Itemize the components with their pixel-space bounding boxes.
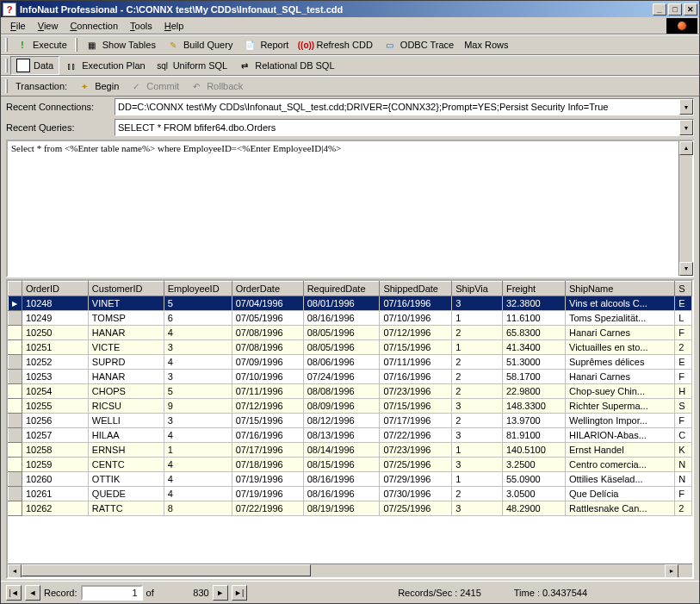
cell[interactable]: 1 — [452, 472, 503, 487]
cell[interactable]: E — [675, 355, 692, 370]
cell[interactable]: 10260 — [22, 472, 88, 487]
cell[interactable]: 08/06/1996 — [303, 355, 380, 370]
row-selector[interactable] — [9, 355, 22, 370]
cell[interactable]: HANAR — [88, 370, 164, 384]
table-row[interactable]: 10253HANAR307/10/199607/24/199607/16/199… — [9, 370, 692, 384]
menu-connection[interactable]: Connection — [64, 19, 124, 33]
execute-button[interactable]: !Execute — [10, 36, 72, 53]
cell[interactable]: 10258 — [22, 443, 88, 458]
maximize-button[interactable]: □ — [668, 3, 682, 16]
grid-body[interactable]: OrderIDCustomerIDEmployeeIDOrderDateRequ… — [8, 281, 692, 564]
begin-button[interactable]: ✦Begin — [72, 78, 124, 95]
record-number-input[interactable] — [81, 585, 143, 601]
cell[interactable]: 5 — [164, 384, 232, 399]
scroll-left-icon[interactable]: ◄ — [8, 564, 22, 578]
column-header[interactable]: OrderDate — [232, 282, 303, 296]
cell[interactable]: 07/16/1996 — [232, 428, 303, 443]
cell[interactable]: Ottilies Käselad... — [566, 472, 675, 487]
nav-prev-button[interactable]: ◄ — [25, 585, 40, 601]
cell[interactable]: 48.2900 — [502, 501, 565, 516]
cell[interactable]: HANAR — [88, 326, 164, 340]
menu-view[interactable]: View — [32, 19, 65, 33]
cell[interactable]: 10255 — [22, 399, 88, 414]
cell[interactable]: Victuailles en sto... — [566, 340, 675, 355]
query-textarea[interactable] — [8, 141, 678, 276]
row-selector[interactable] — [9, 487, 22, 501]
cell[interactable]: 08/13/1996 — [303, 428, 380, 443]
cell[interactable]: E — [675, 296, 692, 311]
cell[interactable]: ERNSH — [88, 443, 164, 458]
cell[interactable]: Hanari Carnes — [566, 370, 675, 384]
refresh-cdd-button[interactable]: ((o))Refresh CDD — [294, 36, 377, 53]
menu-help[interactable]: Help — [158, 19, 190, 33]
cell[interactable]: 08/16/1996 — [303, 487, 380, 501]
cell[interactable]: VICTE — [88, 340, 164, 355]
row-selector[interactable] — [9, 428, 22, 443]
cell[interactable]: 07/04/1996 — [232, 296, 303, 311]
cell[interactable]: QUEDE — [88, 487, 164, 501]
cell[interactable]: 10257 — [22, 428, 88, 443]
cell[interactable]: 08/12/1996 — [303, 414, 380, 428]
cell[interactable]: 58.1700 — [502, 370, 565, 384]
cell[interactable]: 2 — [452, 355, 503, 370]
cell[interactable]: 2 — [452, 370, 503, 384]
cell[interactable]: OTTIK — [88, 472, 164, 487]
cell[interactable]: Suprêmes délices — [566, 355, 675, 370]
cell[interactable]: 08/05/1996 — [303, 340, 380, 355]
cell[interactable]: 1 — [164, 443, 232, 458]
cell[interactable]: 81.9100 — [502, 428, 565, 443]
row-selector[interactable] — [9, 501, 22, 516]
cell[interactable]: 9 — [164, 399, 232, 414]
scroll-down-icon[interactable]: ▼ — [679, 262, 693, 276]
cell[interactable]: 07/11/1996 — [232, 384, 303, 399]
cell[interactable]: 07/15/1996 — [232, 414, 303, 428]
cell[interactable]: 07/10/1996 — [232, 370, 303, 384]
recent-connections-input[interactable] — [115, 101, 679, 113]
cell[interactable]: 55.0900 — [502, 472, 565, 487]
menu-tools[interactable]: Tools — [124, 19, 158, 33]
cell[interactable]: 4 — [164, 428, 232, 443]
cell[interactable]: 3.0500 — [502, 487, 565, 501]
cell[interactable]: 07/19/1996 — [232, 487, 303, 501]
cell[interactable]: 07/23/1996 — [380, 384, 452, 399]
cell[interactable]: 3 — [164, 370, 232, 384]
cell[interactable]: Centro comercia... — [566, 458, 675, 472]
row-selector[interactable] — [9, 443, 22, 458]
cell[interactable]: Hanari Carnes — [566, 326, 675, 340]
scroll-thumb[interactable] — [22, 564, 311, 576]
cell[interactable]: 08/19/1996 — [303, 501, 380, 516]
cell[interactable]: 07/23/1996 — [380, 443, 452, 458]
cell[interactable]: 08/16/1996 — [303, 311, 380, 326]
column-header[interactable]: ShipVia — [452, 282, 503, 296]
cell[interactable]: 07/11/1996 — [380, 355, 452, 370]
cell[interactable]: RICSU — [88, 399, 164, 414]
cell[interactable]: 07/25/1996 — [380, 501, 452, 516]
column-header[interactable]: RequiredDate — [303, 282, 380, 296]
cell[interactable]: 07/15/1996 — [380, 399, 452, 414]
table-row[interactable]: 10259CENTC407/18/199608/15/199607/25/199… — [9, 458, 692, 472]
cell[interactable]: 08/16/1996 — [303, 472, 380, 487]
cell[interactable]: 4 — [164, 487, 232, 501]
cell[interactable]: L — [675, 311, 692, 326]
cell[interactable]: 07/05/1996 — [232, 311, 303, 326]
show-tables-button[interactable]: ▦Show Tables — [80, 36, 161, 53]
cell[interactable]: 10250 — [22, 326, 88, 340]
row-selector[interactable] — [9, 414, 22, 428]
column-header[interactable]: ShippedDate — [380, 282, 452, 296]
cell[interactable]: 10262 — [22, 501, 88, 516]
table-row[interactable]: 10258ERNSH107/17/199608/14/199607/23/199… — [9, 443, 692, 458]
cell[interactable]: 08/05/1996 — [303, 326, 380, 340]
column-header[interactable]: Freight — [502, 282, 565, 296]
table-row[interactable]: 10256WELLI307/15/199608/12/199607/17/199… — [9, 414, 692, 428]
recent-queries-combo[interactable]: ▼ — [115, 119, 694, 136]
cell[interactable]: Que Delícia — [566, 487, 675, 501]
row-selector[interactable] — [9, 370, 22, 384]
grid-hscroll[interactable]: ◄ ► — [8, 564, 692, 577]
cell[interactable]: 10253 — [22, 370, 88, 384]
cell[interactable]: 1 — [452, 340, 503, 355]
cell[interactable]: N — [675, 472, 692, 487]
dropdown-icon[interactable]: ▼ — [679, 99, 693, 115]
nav-last-button[interactable]: ►| — [232, 585, 247, 601]
cell[interactable]: 41.3400 — [502, 340, 565, 355]
cell[interactable]: K — [675, 443, 692, 458]
